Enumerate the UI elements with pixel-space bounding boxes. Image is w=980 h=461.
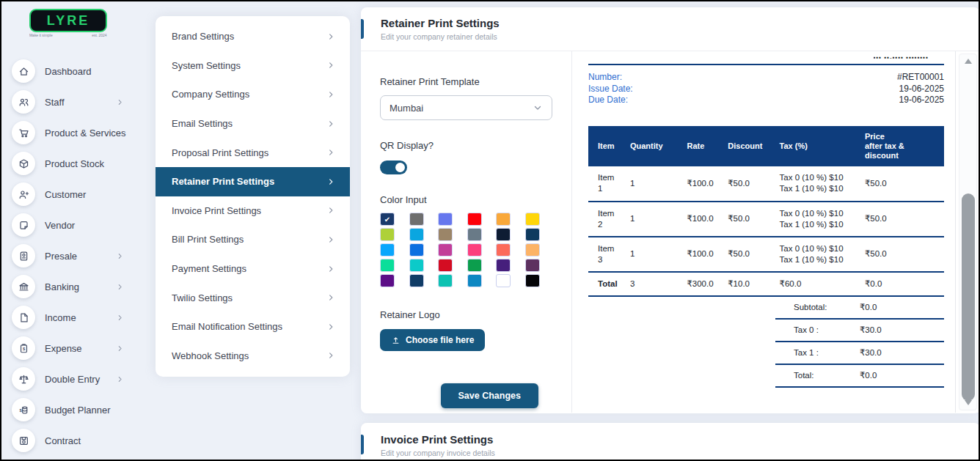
menu-item-email-settings[interactable]: Email Settings — [156, 109, 350, 139]
menu-item-retainer-print-settings[interactable]: Retainer Print Settings — [156, 167, 350, 196]
table-row: Item 1 1 ₹100.0 ₹50.0 Tax 0 (10 %) $10 T… — [588, 166, 944, 202]
cell-tax: Tax 0 (10 %) $10 Tax 1 (10 %) $10 — [775, 166, 860, 202]
menu-item-email-notification-settings[interactable]: Email Notification Settings — [156, 312, 350, 342]
menu-item-invoice-print-settings[interactable]: Invoice Print Settings — [156, 196, 350, 226]
chevron-down-icon — [533, 103, 543, 113]
color-swatch[interactable] — [409, 228, 424, 241]
color-swatch[interactable] — [496, 213, 511, 226]
chevron-right-icon — [326, 265, 335, 273]
cell-item: Total — [588, 272, 626, 296]
sidebar-item-banking[interactable]: Banking — [1, 271, 152, 302]
doc-badge-icon — [18, 251, 29, 262]
cell-rate: ₹100.0 — [683, 237, 724, 272]
chevron-right-icon — [326, 32, 335, 41]
table-header-cell: Quantity — [626, 126, 683, 166]
contract-icon — [18, 435, 29, 446]
color-swatch[interactable] — [380, 243, 395, 257]
sidebar-item-customer[interactable]: Customer — [1, 179, 152, 210]
save-changes-button[interactable]: Save Changes — [441, 383, 538, 408]
sidebar-item-product-services[interactable]: Product & Services — [1, 117, 152, 148]
color-swatch[interactable] — [496, 228, 511, 241]
scroll-down-arrow[interactable] — [965, 400, 972, 405]
qr-display-toggle[interactable] — [380, 161, 407, 174]
color-swatch[interactable] — [467, 213, 482, 226]
retainer-template-select[interactable]: Mumbai — [380, 95, 552, 120]
sidebar-item-budget-planner[interactable]: $ Budget Planner — [1, 394, 152, 425]
color-swatch[interactable] — [525, 243, 540, 257]
color-swatch[interactable] — [438, 259, 453, 272]
color-swatch[interactable] — [409, 243, 424, 257]
note-icon — [18, 220, 29, 231]
chevron-right-icon — [116, 98, 124, 106]
icon-chip — [12, 367, 35, 391]
brand-logo[interactable]: LYRE Make it simple est. 2024 — [29, 9, 107, 41]
info-row: Issue Date: 19-06-2025 — [588, 84, 944, 95]
menu-item-label: Email Notification Settings — [172, 321, 282, 332]
icon-chip — [12, 213, 35, 237]
cell-tax: Tax 0 (10 %) $10 Tax 1 (10 %) $10 — [775, 202, 860, 237]
svg-text:$: $ — [22, 346, 25, 350]
summary-value: ₹0.0 — [860, 302, 877, 312]
color-swatch[interactable] — [467, 228, 482, 241]
color-swatch[interactable] — [409, 274, 424, 287]
settings-menu: Brand Settings System Settings Company S… — [156, 16, 350, 377]
summary-label: Subtotal: — [775, 303, 860, 311]
scrollbar-track[interactable] — [959, 54, 977, 410]
color-swatch[interactable] — [438, 213, 453, 226]
menu-item-system-settings[interactable]: System Settings — [156, 51, 350, 81]
table-header-cell: Discount — [723, 126, 775, 166]
menu-item-payment-settings[interactable]: Payment Settings — [156, 254, 350, 284]
color-swatch[interactable] — [525, 259, 540, 272]
brand-logo-text: LYRE — [47, 13, 89, 29]
sidebar-item-vendor[interactable]: Vendor — [1, 210, 152, 240]
color-swatch[interactable] — [438, 274, 453, 287]
menu-item-label: Invoice Print Settings — [172, 205, 261, 216]
sidebar-item-staff[interactable]: Staff — [1, 86, 152, 117]
totals-summary: Subtotal: ₹0.0 Tax 0 : ₹30.0 Tax 1 : ₹30… — [775, 297, 944, 388]
color-swatch[interactable] — [467, 259, 482, 272]
cell-price: ₹50.0 — [860, 237, 944, 272]
color-swatch[interactable] — [467, 274, 482, 287]
menu-item-proposal-print-settings[interactable]: Proposal Print Settings — [156, 138, 350, 167]
color-swatch[interactable] — [496, 274, 511, 287]
sidebar-item-product-stock[interactable]: Product Stock — [1, 148, 152, 179]
color-swatch[interactable] — [380, 259, 395, 272]
sidebar-item-label: Product & Services — [45, 128, 126, 139]
color-swatch[interactable] — [409, 259, 424, 272]
choose-file-button[interactable]: Choose file here — [380, 329, 485, 351]
icon-chip — [12, 275, 35, 298]
color-swatch[interactable] — [467, 243, 482, 257]
budget-icon: $ — [18, 405, 29, 416]
scrollbar-thumb[interactable] — [962, 193, 975, 401]
color-swatch[interactable] — [409, 213, 424, 226]
sidebar-item-expense[interactable]: $ Expense — [1, 333, 152, 364]
sidebar-item-label: Income — [45, 312, 76, 323]
menu-item-webhook-settings[interactable]: Webhook Settings — [156, 342, 350, 371]
color-swatch[interactable] — [496, 259, 511, 272]
color-swatch[interactable] — [380, 228, 395, 241]
sidebar-item-presale[interactable]: Presale — [1, 240, 152, 271]
color-swatch[interactable] — [438, 243, 453, 257]
scroll-up-arrow[interactable] — [965, 59, 972, 64]
qr-display-label: QR Display? — [380, 140, 552, 151]
menu-item-bill-print-settings[interactable]: Bill Print Settings — [156, 225, 350, 254]
color-swatch[interactable] — [525, 274, 540, 287]
sidebar-item-dashboard[interactable]: Dashboard — [1, 56, 152, 86]
menu-item-brand-settings[interactable]: Brand Settings — [156, 22, 350, 51]
color-swatch[interactable] — [525, 213, 540, 226]
cell-tax: ₹60.0 — [775, 272, 860, 296]
menu-item-twilio-settings[interactable]: Twilio Settings — [156, 283, 350, 312]
color-swatch[interactable] — [525, 228, 540, 241]
sidebar-item-double-entry[interactable]: Double Entry — [1, 364, 152, 394]
summary-label: Tax 0 : — [775, 325, 860, 334]
color-swatch[interactable] — [496, 243, 511, 257]
color-swatch[interactable]: ✔ — [380, 213, 395, 226]
color-swatch[interactable] — [438, 228, 453, 241]
sidebar-item-contract[interactable]: Contract — [1, 425, 152, 456]
menu-item-company-settings[interactable]: Company Settings — [156, 80, 350, 109]
color-swatch[interactable] — [380, 274, 395, 287]
scale-icon — [18, 374, 29, 385]
sidebar-item-income[interactable]: Income — [1, 302, 152, 333]
brand-est: est. 2024 — [92, 34, 106, 38]
summary-row: Tax 1 : ₹30.0 — [775, 342, 944, 365]
